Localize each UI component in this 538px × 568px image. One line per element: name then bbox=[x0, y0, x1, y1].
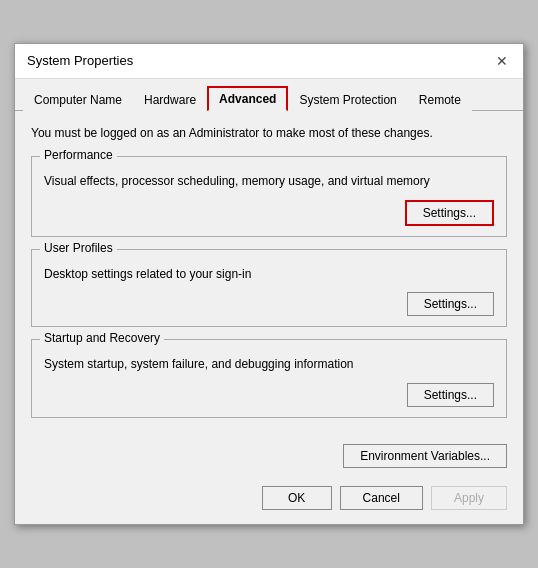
performance-section-label: Performance bbox=[40, 148, 117, 162]
startup-recovery-section: Startup and Recovery System startup, sys… bbox=[31, 339, 507, 418]
user-profiles-description: Desktop settings related to your sign-in bbox=[44, 266, 494, 283]
apply-button[interactable]: Apply bbox=[431, 486, 507, 510]
ok-button[interactable]: OK bbox=[262, 486, 332, 510]
performance-section: Performance Visual effects, processor sc… bbox=[31, 156, 507, 237]
startup-recovery-description: System startup, system failure, and debu… bbox=[44, 356, 494, 373]
cancel-button[interactable]: Cancel bbox=[340, 486, 423, 510]
window-title: System Properties bbox=[27, 53, 133, 68]
system-properties-window: System Properties ✕ Computer Name Hardwa… bbox=[14, 43, 524, 525]
startup-recovery-settings-button[interactable]: Settings... bbox=[407, 383, 494, 407]
environment-variables-button[interactable]: Environment Variables... bbox=[343, 444, 507, 468]
title-bar: System Properties ✕ bbox=[15, 44, 523, 79]
tab-advanced[interactable]: Advanced bbox=[207, 86, 288, 111]
admin-notice-text: You must be logged on as an Administrato… bbox=[31, 125, 507, 142]
user-profiles-section-label: User Profiles bbox=[40, 241, 117, 255]
startup-recovery-button-row: Settings... bbox=[44, 383, 494, 407]
close-button[interactable]: ✕ bbox=[493, 52, 511, 70]
env-variables-row: Environment Variables... bbox=[15, 444, 523, 478]
performance-description: Visual effects, processor scheduling, me… bbox=[44, 173, 494, 190]
performance-section-content: Visual effects, processor scheduling, me… bbox=[32, 157, 506, 236]
user-profiles-settings-button[interactable]: Settings... bbox=[407, 292, 494, 316]
performance-button-row: Settings... bbox=[44, 200, 494, 226]
tab-computer-name[interactable]: Computer Name bbox=[23, 88, 133, 111]
startup-recovery-section-label: Startup and Recovery bbox=[40, 331, 164, 345]
performance-settings-button[interactable]: Settings... bbox=[405, 200, 494, 226]
user-profiles-button-row: Settings... bbox=[44, 292, 494, 316]
bottom-buttons: OK Cancel Apply bbox=[15, 478, 523, 524]
tab-hardware[interactable]: Hardware bbox=[133, 88, 207, 111]
tab-remote[interactable]: Remote bbox=[408, 88, 472, 111]
main-content: You must be logged on as an Administrato… bbox=[15, 111, 523, 444]
tab-bar: Computer Name Hardware Advanced System P… bbox=[15, 79, 523, 111]
user-profiles-section: User Profiles Desktop settings related t… bbox=[31, 249, 507, 328]
startup-recovery-section-content: System startup, system failure, and debu… bbox=[32, 340, 506, 417]
tab-system-protection[interactable]: System Protection bbox=[288, 88, 407, 111]
user-profiles-section-content: Desktop settings related to your sign-in… bbox=[32, 250, 506, 327]
